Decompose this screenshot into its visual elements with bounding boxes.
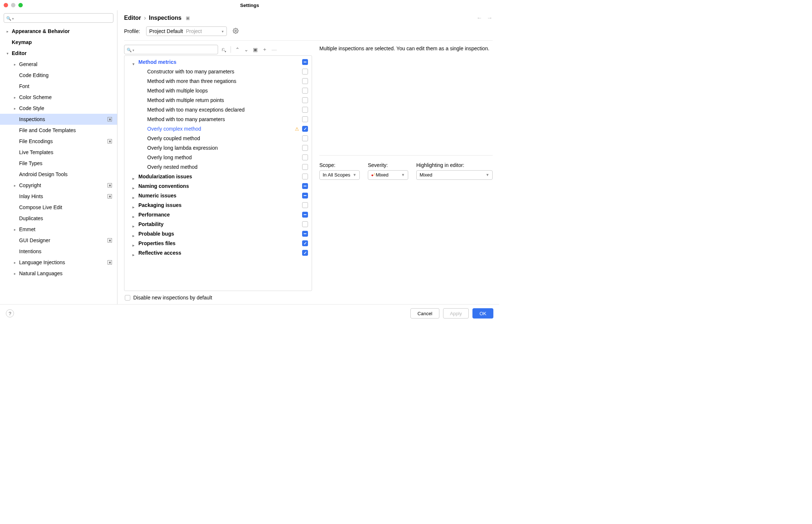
sidebar-item-keymap[interactable]: Keymap [0,37,117,48]
filter-icon[interactable]: ⎌▾ [222,46,226,53]
search-history-chevron-icon[interactable] [132,47,134,52]
inspection-checkbox[interactable] [302,78,308,84]
inspection-item-overly-long-method[interactable]: Overly long method [125,153,309,162]
severity-dropdown[interactable]: Mixed ▼ [368,170,408,180]
inspection-checkbox[interactable] [302,193,308,199]
inspection-checkbox[interactable] [302,164,308,170]
chevron-right-icon[interactable]: ▸ [14,95,19,99]
search-history-chevron-icon[interactable] [11,15,14,21]
inspection-item-overly-coupled-method[interactable]: Overly coupled method [125,134,309,143]
collapse-all-icon[interactable]: ⌄ [244,47,249,52]
inspection-item-overly-complex-method[interactable]: Overly complex method⚠ [125,124,309,134]
sidebar-item-file-types[interactable]: File Types [0,158,117,169]
inspection-group-method-metrics[interactable]: Method metrics [125,57,309,67]
inspection-checkbox[interactable] [302,97,308,103]
sidebar-item-code-editing[interactable]: Code Editing [0,70,117,81]
inspection-group-reflective-access[interactable]: Reflective access [125,248,309,258]
settings-tree[interactable]: ▸Appearance & BehaviorKeymap▾Editor▸Gene… [0,26,117,304]
inspection-checkbox[interactable] [302,231,308,237]
sidebar-item-font[interactable]: Font [0,81,117,92]
ok-button[interactable]: OK [472,308,493,319]
inspection-checkbox[interactable] [302,202,308,208]
reset-profile-icon[interactable]: ▣ [253,47,258,52]
sidebar-item-file-and-code-templates[interactable]: File and Code Templates [0,125,117,136]
sidebar-item-inlay-hints[interactable]: Inlay Hints [0,191,117,202]
chevron-right-icon[interactable]: ▸ [7,29,12,33]
sidebar-item-appearance-behavior[interactable]: ▸Appearance & Behavior [0,26,117,37]
sidebar-item-editor[interactable]: ▾Editor [0,48,117,59]
sidebar-item-duplicates[interactable]: Duplicates [0,213,117,224]
inspection-checkbox[interactable] [302,183,308,189]
inspection-search-input[interactable] [124,45,218,54]
inspection-checkbox[interactable] [302,250,308,256]
sidebar-item-general[interactable]: ▸General [0,59,117,70]
inspection-checkbox[interactable] [302,116,308,122]
profile-dropdown[interactable]: Project Default Project ▾ [146,26,227,36]
sidebar-item-color-scheme[interactable]: ▸Color Scheme [0,92,117,103]
chevron-right-icon[interactable]: ▸ [14,261,19,265]
inspection-checkbox[interactable] [302,69,308,74]
inspection-checkbox[interactable] [302,240,308,246]
sidebar-item-gui-designer[interactable]: GUI Designer [0,235,117,246]
inspection-checkbox[interactable] [302,126,308,132]
inspection-group-packaging-issues[interactable]: Packaging issues [125,200,309,210]
sidebar-item-natural-languages[interactable]: ▸Natural Languages [0,268,117,279]
disable-new-inspections-row[interactable]: Disable new inspections by default [124,291,312,304]
inspection-item-method-with-too-many-exceptions-declared[interactable]: Method with too many exceptions declared [125,105,309,114]
breadcrumb-root[interactable]: Editor [124,15,141,21]
inspection-checkbox[interactable] [302,107,308,113]
apply-button[interactable]: Apply [443,308,469,319]
inspection-item-method-with-multiple-loops[interactable]: Method with multiple loops [125,86,309,95]
back-button[interactable]: ← [476,15,482,21]
sidebar-item-compose-live-edit[interactable]: Compose Live Edit [0,202,117,213]
sidebar-item-file-encodings[interactable]: File Encodings [0,136,117,147]
inspection-group-portability[interactable]: Portability [125,219,309,229]
inspection-item-overly-nested-method[interactable]: Overly nested method [125,162,309,172]
sidebar-item-language-injections[interactable]: ▸Language Injections [0,257,117,268]
inspection-item-overly-long-lambda-expression[interactable]: Overly long lambda expression [125,143,309,153]
cancel-button[interactable]: Cancel [410,308,439,319]
disable-new-inspections-checkbox[interactable] [125,295,130,301]
sidebar-item-copyright[interactable]: ▸Copyright [0,180,117,191]
chevron-down-icon[interactable]: ▾ [7,51,12,55]
inspection-tree[interactable]: Method metricsConstructor with too many … [124,55,312,291]
inspection-group-properties-files[interactable]: Properties files [125,239,309,248]
inspection-group-naming-conventions[interactable]: Naming conventions [125,181,309,191]
chevron-right-icon[interactable]: ▸ [14,62,19,66]
inspection-checkbox[interactable] [302,145,308,151]
inspection-item-method-with-more-than-three-negations[interactable]: Method with more than three negations [125,76,309,86]
sidebar-item-live-templates[interactable]: Live Templates [0,147,117,158]
sidebar-search-input[interactable] [4,13,113,23]
scope-dropdown[interactable]: In All Scopes ▼ [319,170,360,180]
add-icon[interactable]: ＋ [262,46,267,53]
inspection-group-modularization-issues[interactable]: Modularization issues [125,172,309,181]
inspection-item-method-with-multiple-return-points[interactable]: Method with multiple return points [125,95,309,105]
reset-icon[interactable]: ▣ [186,15,190,21]
inspection-checkbox[interactable] [302,88,308,94]
remove-icon[interactable]: — [272,47,277,52]
sidebar-item-emmet[interactable]: ▸Emmet [0,224,117,235]
chevron-right-icon[interactable]: ▸ [14,183,19,188]
inspection-checkbox[interactable] [302,135,308,141]
inspection-checkbox[interactable] [302,212,308,218]
chevron-right-icon[interactable]: ▸ [14,272,19,276]
inspection-group-numeric-issues[interactable]: Numeric issues [125,191,309,200]
inspection-checkbox[interactable] [302,174,308,179]
expand-all-icon[interactable]: ⌃ [235,47,240,52]
sidebar-item-android-design-tools[interactable]: Android Design Tools [0,169,117,180]
help-button[interactable]: ? [6,309,14,317]
inspection-checkbox[interactable] [302,221,308,227]
gear-icon[interactable] [233,28,239,35]
sidebar-item-intentions[interactable]: Intentions [0,246,117,257]
forward-button[interactable]: → [487,15,493,21]
inspection-item-constructor-with-too-many-parameters[interactable]: Constructor with too many parameters [125,67,309,76]
chevron-right-icon[interactable]: ▸ [14,106,19,110]
highlight-dropdown[interactable]: Mixed ▼ [416,170,493,180]
inspection-group-performance[interactable]: Performance [125,210,309,219]
sidebar-item-code-style[interactable]: ▸Code Style [0,103,117,114]
sidebar-item-inspections[interactable]: Inspections [0,114,117,125]
chevron-right-icon[interactable]: ▸ [14,228,19,232]
inspection-checkbox[interactable] [302,154,308,160]
inspection-group-probable-bugs[interactable]: Probable bugs [125,229,309,239]
inspection-item-method-with-too-many-parameters[interactable]: Method with too many parameters [125,114,309,124]
